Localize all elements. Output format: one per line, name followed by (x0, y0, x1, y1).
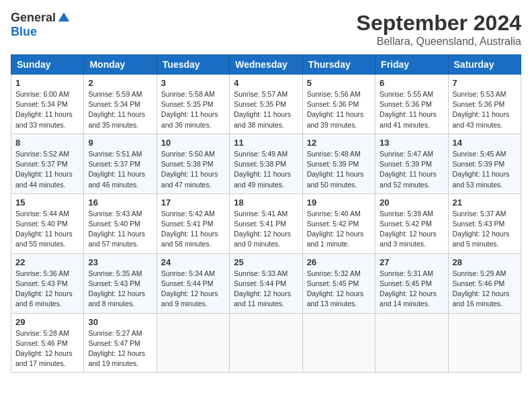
day-info: Sunrise: 5:42 AM Sunset: 5:41 PM Dayligh… (161, 209, 225, 250)
day-info: Sunrise: 5:58 AM Sunset: 5:35 PM Dayligh… (161, 89, 225, 130)
calendar-cell: 21Sunrise: 5:37 AM Sunset: 5:43 PM Dayli… (448, 193, 521, 253)
day-number: 29 (15, 317, 79, 327)
day-info: Sunrise: 5:53 AM Sunset: 5:36 PM Dayligh… (453, 89, 517, 130)
day-info: Sunrise: 5:32 AM Sunset: 5:45 PM Dayligh… (307, 269, 371, 310)
day-number: 20 (380, 197, 443, 208)
week-row-4: 22Sunrise: 5:36 AM Sunset: 5:43 PM Dayli… (11, 253, 521, 313)
week-row-3: 15Sunrise: 5:44 AM Sunset: 5:40 PM Dayli… (11, 193, 521, 253)
weekday-header-sunday: Sunday (11, 55, 84, 75)
calendar-cell: 22Sunrise: 5:36 AM Sunset: 5:43 PM Dayli… (11, 253, 84, 313)
calendar-cell: 14Sunrise: 5:45 AM Sunset: 5:39 PM Dayli… (448, 134, 521, 193)
calendar-cell: 13Sunrise: 5:47 AM Sunset: 5:39 PM Dayli… (375, 134, 448, 193)
calendar-cell: 17Sunrise: 5:42 AM Sunset: 5:41 PM Dayli… (157, 193, 229, 253)
calendar-cell: 15Sunrise: 5:44 AM Sunset: 5:40 PM Dayli… (11, 193, 84, 253)
weekday-header-tuesday: Tuesday (157, 55, 229, 75)
day-number: 23 (88, 257, 152, 267)
day-number: 10 (161, 138, 225, 148)
logo: General Blue (11, 11, 71, 39)
day-info: Sunrise: 5:35 AM Sunset: 5:43 PM Dayligh… (88, 269, 152, 310)
calendar-cell: 11Sunrise: 5:49 AM Sunset: 5:38 PM Dayli… (230, 134, 302, 193)
day-number: 24 (161, 257, 225, 267)
day-number: 30 (88, 317, 152, 327)
calendar-table: SundayMondayTuesdayWednesdayThursdayFrid… (11, 54, 521, 373)
logo-general-text: General (11, 11, 56, 25)
day-info: Sunrise: 5:49 AM Sunset: 5:38 PM Dayligh… (234, 149, 298, 190)
calendar-cell: 29Sunrise: 5:28 AM Sunset: 5:46 PM Dayli… (11, 313, 84, 373)
weekday-header-monday: Monday (84, 55, 157, 75)
day-info: Sunrise: 5:56 AM Sunset: 5:36 PM Dayligh… (307, 89, 371, 130)
day-info: Sunrise: 5:33 AM Sunset: 5:44 PM Dayligh… (234, 269, 298, 310)
day-info: Sunrise: 5:47 AM Sunset: 5:39 PM Dayligh… (380, 149, 443, 190)
day-info: Sunrise: 5:37 AM Sunset: 5:43 PM Dayligh… (453, 209, 517, 250)
title-block: September 2024 Bellara, Queensland, Aust… (357, 11, 521, 48)
week-row-2: 8Sunrise: 5:52 AM Sunset: 5:37 PM Daylig… (11, 134, 521, 193)
weekday-header-wednesday: Wednesday (230, 55, 302, 75)
weekday-header-thursday: Thursday (302, 55, 375, 75)
weekday-header-row: SundayMondayTuesdayWednesdayThursdayFrid… (11, 55, 521, 75)
calendar-cell: 26Sunrise: 5:32 AM Sunset: 5:45 PM Dayli… (302, 253, 375, 313)
page-header: General Blue September 2024 Bellara, Que… (11, 11, 521, 48)
day-number: 15 (15, 197, 79, 208)
day-info: Sunrise: 5:27 AM Sunset: 5:47 PM Dayligh… (88, 328, 152, 369)
day-number: 26 (307, 257, 371, 267)
day-number: 14 (453, 138, 517, 148)
day-number: 3 (161, 78, 225, 88)
day-number: 27 (380, 257, 443, 267)
day-info: Sunrise: 5:51 AM Sunset: 5:37 PM Dayligh… (88, 149, 152, 190)
calendar-cell: 30Sunrise: 5:27 AM Sunset: 5:47 PM Dayli… (84, 313, 157, 373)
calendar-cell: 9Sunrise: 5:51 AM Sunset: 5:37 PM Daylig… (84, 134, 157, 193)
day-number: 18 (234, 197, 298, 208)
day-number: 5 (307, 78, 371, 88)
calendar-cell: 6Sunrise: 5:55 AM Sunset: 5:36 PM Daylig… (375, 75, 448, 134)
day-info: Sunrise: 5:31 AM Sunset: 5:45 PM Dayligh… (380, 269, 443, 310)
day-number: 2 (88, 78, 152, 88)
calendar-cell: 2Sunrise: 5:59 AM Sunset: 5:34 PM Daylig… (84, 75, 157, 134)
day-number: 13 (380, 138, 443, 148)
calendar-cell: 10Sunrise: 5:50 AM Sunset: 5:38 PM Dayli… (157, 134, 229, 193)
calendar-cell: 20Sunrise: 5:39 AM Sunset: 5:42 PM Dayli… (375, 193, 448, 253)
day-number: 9 (88, 138, 152, 148)
day-number: 4 (234, 78, 298, 88)
day-info: Sunrise: 5:50 AM Sunset: 5:38 PM Dayligh… (161, 149, 225, 190)
calendar-cell: 12Sunrise: 5:48 AM Sunset: 5:39 PM Dayli… (302, 134, 375, 193)
calendar-cell: 19Sunrise: 5:40 AM Sunset: 5:42 PM Dayli… (302, 193, 375, 253)
calendar-cell: 4Sunrise: 5:57 AM Sunset: 5:35 PM Daylig… (230, 75, 302, 134)
calendar-cell: 1Sunrise: 6:00 AM Sunset: 5:34 PM Daylig… (11, 75, 84, 134)
day-info: Sunrise: 5:44 AM Sunset: 5:40 PM Dayligh… (15, 209, 79, 250)
calendar-cell: 16Sunrise: 5:43 AM Sunset: 5:40 PM Dayli… (84, 193, 157, 253)
calendar-cell: 3Sunrise: 5:58 AM Sunset: 5:35 PM Daylig… (157, 75, 229, 134)
day-info: Sunrise: 5:28 AM Sunset: 5:46 PM Dayligh… (15, 328, 79, 369)
day-number: 22 (15, 257, 79, 267)
day-number: 16 (88, 197, 152, 208)
day-number: 28 (453, 257, 517, 267)
calendar-cell (302, 313, 375, 373)
day-number: 25 (234, 257, 298, 267)
weekday-header-saturday: Saturday (448, 55, 521, 75)
day-info: Sunrise: 6:00 AM Sunset: 5:34 PM Dayligh… (15, 89, 79, 130)
day-info: Sunrise: 5:40 AM Sunset: 5:42 PM Dayligh… (307, 209, 371, 250)
subtitle: Bellara, Queensland, Australia (357, 36, 521, 48)
day-info: Sunrise: 5:48 AM Sunset: 5:39 PM Dayligh… (307, 149, 371, 190)
day-info: Sunrise: 5:39 AM Sunset: 5:42 PM Dayligh… (380, 209, 443, 250)
day-info: Sunrise: 5:52 AM Sunset: 5:37 PM Dayligh… (15, 149, 79, 190)
calendar-cell (230, 313, 302, 373)
day-number: 19 (307, 197, 371, 208)
day-number: 6 (380, 78, 443, 88)
day-info: Sunrise: 5:45 AM Sunset: 5:39 PM Dayligh… (453, 149, 517, 190)
calendar-cell: 8Sunrise: 5:52 AM Sunset: 5:37 PM Daylig… (11, 134, 84, 193)
calendar-cell: 25Sunrise: 5:33 AM Sunset: 5:44 PM Dayli… (230, 253, 302, 313)
day-info: Sunrise: 5:36 AM Sunset: 5:43 PM Dayligh… (15, 269, 79, 310)
day-info: Sunrise: 5:29 AM Sunset: 5:46 PM Dayligh… (453, 269, 517, 310)
weekday-header-friday: Friday (375, 55, 448, 75)
calendar-cell: 24Sunrise: 5:34 AM Sunset: 5:44 PM Dayli… (157, 253, 229, 313)
day-info: Sunrise: 5:34 AM Sunset: 5:44 PM Dayligh… (161, 269, 225, 310)
svg-marker-0 (58, 12, 70, 21)
day-info: Sunrise: 5:59 AM Sunset: 5:34 PM Dayligh… (88, 89, 152, 130)
calendar-cell: 5Sunrise: 5:56 AM Sunset: 5:36 PM Daylig… (302, 75, 375, 134)
calendar-cell: 23Sunrise: 5:35 AM Sunset: 5:43 PM Dayli… (84, 253, 157, 313)
calendar-cell (157, 313, 229, 373)
day-info: Sunrise: 5:41 AM Sunset: 5:41 PM Dayligh… (234, 209, 298, 250)
week-row-1: 1Sunrise: 6:00 AM Sunset: 5:34 PM Daylig… (11, 75, 521, 134)
main-title: September 2024 (357, 11, 521, 36)
calendar-cell (448, 313, 521, 373)
